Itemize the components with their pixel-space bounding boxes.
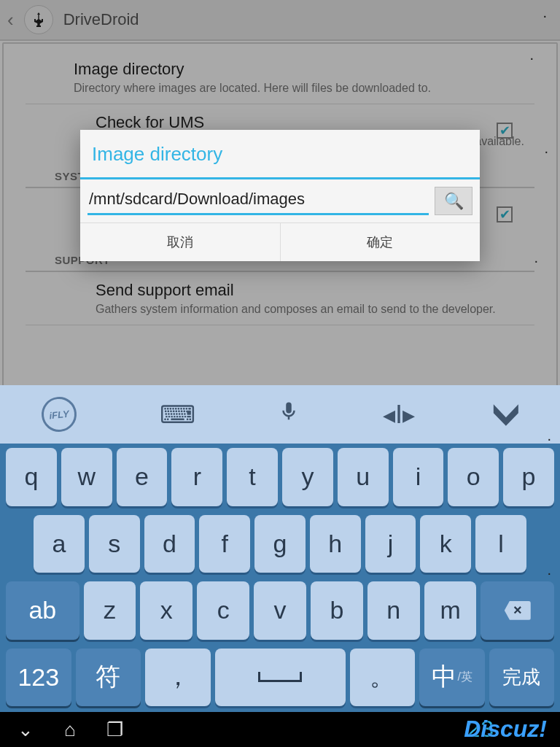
key-n[interactable]: n (368, 581, 420, 640)
key-k[interactable]: k (420, 515, 471, 573)
keyboard-switch-icon[interactable]: ⌨ (160, 400, 195, 429)
dialog-title: Image directory (80, 130, 480, 177)
key-m[interactable]: m (424, 581, 477, 640)
nav-recents-icon[interactable]: ❐ (106, 719, 123, 741)
key-w[interactable]: w (61, 448, 112, 506)
key-v[interactable]: v (254, 581, 306, 640)
key-period[interactable]: 。 (350, 649, 416, 707)
key-enter[interactable]: 完成 (489, 649, 555, 707)
keyboard-row-4: 123 符 ， 。 中 /英 完成 (6, 649, 554, 707)
search-icon: 🔍 (444, 192, 464, 211)
backspace-icon: × (505, 601, 531, 620)
key-space[interactable] (215, 649, 346, 707)
nav-hide-keyboard-icon[interactable]: ⌄ (18, 719, 34, 741)
hide-keyboard-icon[interactable]: ❯ (494, 398, 523, 431)
cancel-button[interactable]: 取消 (80, 223, 281, 261)
key-r[interactable]: r (171, 448, 222, 506)
key-symbols[interactable]: 符 (76, 649, 141, 707)
key-u[interactable]: u (338, 448, 389, 506)
decorative-dot: . (547, 562, 551, 578)
key-y[interactable]: y (282, 448, 333, 506)
key-c[interactable]: c (197, 581, 249, 640)
key-g[interactable]: g (254, 515, 306, 573)
key-z[interactable]: z (84, 581, 136, 640)
decorative-dot: . (544, 140, 548, 157)
decorative-dot: . (534, 249, 538, 266)
image-directory-dialog: Image directory 🔍 取消 确定 (80, 130, 480, 261)
keyboard-row-2: a s d f g h j k l (6, 515, 554, 573)
key-x[interactable]: x (140, 581, 192, 640)
key-h[interactable]: h (310, 515, 361, 573)
decorative-dot: . (547, 427, 551, 444)
keyboard-row-3: ab z x c v b n m × (6, 581, 554, 640)
key-123[interactable]: 123 (6, 649, 71, 707)
ifly-logo-icon[interactable]: iFLY (40, 395, 79, 434)
key-q[interactable]: q (6, 448, 57, 506)
key-j[interactable]: j (365, 515, 416, 573)
key-i[interactable]: i (393, 448, 444, 506)
navigation-bar: ⌄ ⌂ ❐ 23 Discuz! (0, 712, 560, 747)
soft-keyboard: iFLY ⌨ ◂Ⅰ▸ ❯ q w e r t y u i o p a (0, 385, 560, 712)
key-s[interactable]: s (89, 515, 140, 573)
key-a[interactable]: a (34, 515, 85, 573)
microphone-icon[interactable] (278, 398, 300, 431)
key-f[interactable]: f (199, 515, 250, 573)
ime-main-label: 中 (432, 660, 456, 694)
watermark: Discuz! (464, 716, 547, 743)
key-t[interactable]: t (227, 448, 278, 506)
keyboard-toolbar: iFLY ⌨ ◂Ⅰ▸ ❯ (0, 385, 560, 444)
ime-sub-label: /英 (458, 670, 472, 685)
ok-button[interactable]: 确定 (281, 223, 481, 261)
key-b[interactable]: b (311, 581, 363, 640)
nav-home-icon[interactable]: ⌂ (64, 719, 76, 741)
key-ime-switch[interactable]: 中 /英 (419, 649, 485, 707)
image-directory-input[interactable] (88, 187, 429, 215)
keyboard-row-1: q w e r t y u i o p (6, 448, 554, 506)
key-l[interactable]: l (475, 515, 526, 573)
browse-button[interactable]: 🔍 (435, 187, 472, 215)
cursor-move-icon[interactable]: ◂Ⅰ▸ (383, 400, 415, 429)
key-o[interactable]: o (448, 448, 499, 506)
space-icon (258, 672, 302, 682)
key-backspace[interactable]: × (481, 581, 554, 640)
key-p[interactable]: p (503, 448, 554, 506)
key-comma[interactable]: ， (145, 649, 211, 707)
key-e[interactable]: e (117, 448, 168, 506)
key-d[interactable]: d (144, 515, 195, 573)
key-shift[interactable]: ab (6, 581, 79, 640)
